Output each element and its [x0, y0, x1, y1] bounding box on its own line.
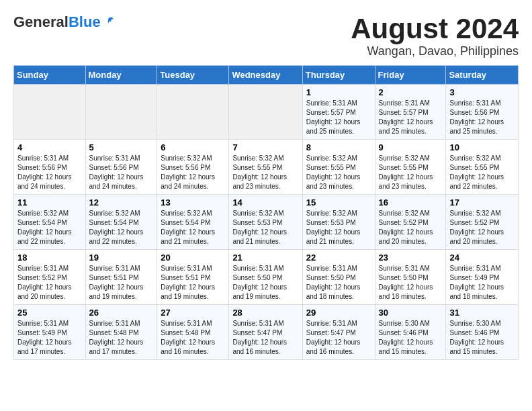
day-info: Sunrise: 5:32 AM Sunset: 5:54 PM Dayligh…: [161, 209, 225, 246]
daylight: Daylight: 12 hours and 19 minutes.: [89, 283, 144, 300]
daylight: Daylight: 12 hours and 20 minutes.: [449, 228, 504, 245]
day-info: Sunrise: 5:31 AM Sunset: 5:50 PM Dayligh…: [306, 264, 371, 302]
sunrise: Sunrise: 5:31 AM: [161, 320, 212, 327]
day-number: 31: [449, 308, 515, 318]
calendar-week-row: 18 Sunrise: 5:31 AM Sunset: 5:52 PM Dayl…: [14, 250, 519, 305]
day-number: 8: [306, 142, 371, 152]
sunrise: Sunrise: 5:32 AM: [89, 210, 140, 217]
sunset: Sunset: 5:52 PM: [449, 219, 499, 226]
day-info: Sunrise: 5:31 AM Sunset: 5:57 PM Dayligh…: [379, 99, 443, 136]
subtitle: Wangan, Davao, Philippines: [351, 44, 519, 58]
day-info: Sunrise: 5:30 AM Sunset: 5:46 PM Dayligh…: [449, 319, 515, 357]
daylight: Daylight: 12 hours and 25 minutes.: [379, 118, 433, 135]
sunrise: Sunrise: 5:31 AM: [379, 99, 430, 107]
sunrise: Sunrise: 5:32 AM: [161, 154, 212, 162]
calendar-cell: 7 Sunrise: 5:32 AM Sunset: 5:55 PM Dayli…: [229, 140, 302, 195]
sunset: Sunset: 5:48 PM: [161, 329, 210, 336]
daylight: Daylight: 12 hours and 18 minutes.: [306, 283, 361, 300]
day-number: 11: [17, 197, 82, 208]
sunset: Sunset: 5:51 PM: [161, 274, 210, 281]
daylight: Daylight: 12 hours and 19 minutes.: [161, 283, 215, 300]
calendar-cell: 8 Sunrise: 5:32 AM Sunset: 5:55 PM Dayli…: [302, 140, 375, 195]
sunrise: Sunrise: 5:31 AM: [89, 154, 140, 162]
sunrise: Sunrise: 5:31 AM: [161, 265, 212, 272]
daylight: Daylight: 12 hours and 15 minutes.: [379, 338, 433, 355]
day-number: 10: [449, 142, 515, 152]
day-number: 6: [161, 142, 225, 152]
daylight: Daylight: 12 hours and 24 minutes.: [17, 173, 72, 190]
calendar-cell: 26 Sunrise: 5:31 AM Sunset: 5:48 PM Dayl…: [85, 305, 157, 360]
sunrise: Sunrise: 5:31 AM: [306, 320, 357, 327]
sunset: Sunset: 5:56 PM: [89, 164, 139, 171]
daylight: Daylight: 12 hours and 18 minutes.: [379, 283, 433, 300]
daylight: Daylight: 12 hours and 17 minutes.: [89, 338, 144, 355]
day-number: 16: [379, 197, 443, 208]
calendar-cell: [229, 85, 302, 140]
sunrise: Sunrise: 5:31 AM: [89, 265, 140, 272]
calendar-week-row: 25 Sunrise: 5:31 AM Sunset: 5:49 PM Dayl…: [14, 305, 519, 360]
day-info: Sunrise: 5:31 AM Sunset: 5:48 PM Dayligh…: [161, 319, 225, 357]
calendar-cell: 25 Sunrise: 5:31 AM Sunset: 5:49 PM Dayl…: [14, 305, 86, 360]
day-number: 21: [232, 253, 298, 263]
daylight: Daylight: 12 hours and 24 minutes.: [89, 173, 144, 190]
calendar-header-thursday: Thursday: [302, 66, 375, 85]
logo-text: GeneralBlue: [13, 13, 115, 31]
daylight: Daylight: 12 hours and 21 minutes.: [306, 228, 361, 245]
sunrise: Sunrise: 5:31 AM: [449, 99, 500, 107]
daylight: Daylight: 12 hours and 18 minutes.: [449, 283, 504, 300]
daylight: Daylight: 12 hours and 20 minutes.: [379, 228, 433, 245]
sunrise: Sunrise: 5:32 AM: [17, 210, 69, 217]
sunset: Sunset: 5:46 PM: [379, 329, 429, 336]
calendar-header-monday: Monday: [85, 66, 157, 85]
daylight: Daylight: 12 hours and 23 minutes.: [306, 173, 361, 190]
sunrise: Sunrise: 5:32 AM: [449, 154, 500, 162]
day-info: Sunrise: 5:31 AM Sunset: 5:47 PM Dayligh…: [232, 319, 298, 357]
calendar-cell: 15 Sunrise: 5:32 AM Sunset: 5:53 PM Dayl…: [302, 195, 375, 250]
sunrise: Sunrise: 5:32 AM: [232, 210, 283, 217]
day-number: 15: [306, 197, 371, 208]
sunset: Sunset: 5:56 PM: [17, 164, 67, 171]
sunset: Sunset: 5:55 PM: [379, 164, 429, 171]
day-info: Sunrise: 5:31 AM Sunset: 5:56 PM Dayligh…: [89, 154, 154, 191]
daylight: Daylight: 12 hours and 17 minutes.: [17, 338, 72, 355]
sunset: Sunset: 5:55 PM: [449, 164, 499, 171]
calendar-cell: [85, 85, 157, 140]
daylight: Daylight: 12 hours and 22 minutes.: [17, 228, 72, 245]
calendar-header-sunday: Sunday: [14, 66, 86, 85]
daylight: Daylight: 12 hours and 19 minutes.: [232, 283, 287, 300]
calendar-cell: 17 Sunrise: 5:32 AM Sunset: 5:52 PM Dayl…: [446, 195, 519, 250]
sunrise: Sunrise: 5:31 AM: [306, 265, 357, 272]
calendar-cell: [157, 85, 229, 140]
day-info: Sunrise: 5:31 AM Sunset: 5:50 PM Dayligh…: [379, 264, 443, 302]
sunset: Sunset: 5:55 PM: [232, 164, 282, 171]
daylight: Daylight: 12 hours and 25 minutes.: [449, 118, 504, 135]
sunset: Sunset: 5:49 PM: [449, 274, 499, 281]
sunrise: Sunrise: 5:32 AM: [379, 210, 430, 217]
day-info: Sunrise: 5:31 AM Sunset: 5:57 PM Dayligh…: [306, 99, 371, 136]
calendar-cell: 20 Sunrise: 5:31 AM Sunset: 5:51 PM Dayl…: [157, 250, 229, 305]
sunset: Sunset: 5:57 PM: [379, 109, 429, 116]
sunrise: Sunrise: 5:32 AM: [161, 210, 212, 217]
day-info: Sunrise: 5:31 AM Sunset: 5:50 PM Dayligh…: [232, 264, 298, 302]
calendar-cell: 19 Sunrise: 5:31 AM Sunset: 5:51 PM Dayl…: [85, 250, 157, 305]
sunrise: Sunrise: 5:32 AM: [306, 210, 357, 217]
day-info: Sunrise: 5:31 AM Sunset: 5:51 PM Dayligh…: [161, 264, 225, 302]
day-info: Sunrise: 5:32 AM Sunset: 5:53 PM Dayligh…: [306, 209, 371, 246]
calendar-cell: 22 Sunrise: 5:31 AM Sunset: 5:50 PM Dayl…: [302, 250, 375, 305]
sunset: Sunset: 5:53 PM: [306, 219, 356, 226]
sunrise: Sunrise: 5:31 AM: [449, 265, 500, 272]
calendar-week-row: 11 Sunrise: 5:32 AM Sunset: 5:54 PM Dayl…: [14, 195, 519, 250]
calendar-cell: 24 Sunrise: 5:31 AM Sunset: 5:49 PM Dayl…: [446, 250, 519, 305]
sunrise: Sunrise: 5:31 AM: [232, 320, 283, 327]
sunrise: Sunrise: 5:31 AM: [379, 265, 430, 272]
day-number: 26: [89, 308, 154, 318]
sunrise: Sunrise: 5:31 AM: [232, 265, 283, 272]
calendar-header-wednesday: Wednesday: [229, 66, 302, 85]
calendar-cell: 11 Sunrise: 5:32 AM Sunset: 5:54 PM Dayl…: [14, 195, 86, 250]
day-info: Sunrise: 5:32 AM Sunset: 5:55 PM Dayligh…: [449, 154, 515, 191]
calendar-cell: 28 Sunrise: 5:31 AM Sunset: 5:47 PM Dayl…: [229, 305, 302, 360]
sunset: Sunset: 5:47 PM: [232, 329, 282, 336]
calendar-cell: 18 Sunrise: 5:31 AM Sunset: 5:52 PM Dayl…: [14, 250, 86, 305]
sunrise: Sunrise: 5:32 AM: [449, 210, 500, 217]
calendar-cell: 9 Sunrise: 5:32 AM Sunset: 5:55 PM Dayli…: [375, 140, 446, 195]
